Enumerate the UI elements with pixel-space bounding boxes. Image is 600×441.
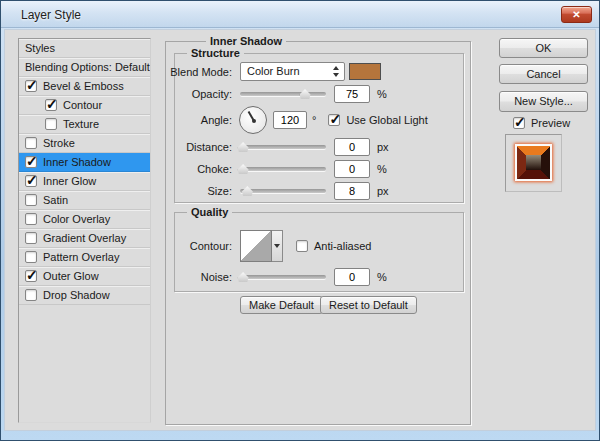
sidebar-item-color-overlay[interactable]: Color Overlay <box>19 210 150 229</box>
checkbox[interactable] <box>45 118 57 130</box>
sidebar-item-pattern-overlay[interactable]: Pattern Overlay <box>19 248 150 267</box>
use-global-light-label: Use Global Light <box>346 114 427 126</box>
window-title: Layer Style <box>21 8 81 22</box>
sidebar-item-label: Satin <box>43 194 68 206</box>
checkbox[interactable] <box>25 156 37 168</box>
size-unit: px <box>377 185 389 197</box>
anti-aliased-label: Anti-aliased <box>314 240 371 252</box>
slider-track <box>240 145 326 149</box>
checkbox[interactable] <box>296 240 308 252</box>
opacity-input[interactable] <box>334 85 370 103</box>
sidebar-item-label: Contour <box>63 99 102 111</box>
make-default-button[interactable]: Make Default <box>240 296 323 314</box>
noise-slider[interactable] <box>240 271 326 283</box>
checkbox[interactable] <box>25 213 37 225</box>
choke-input[interactable] <box>334 160 370 178</box>
preview-label: Preview <box>531 117 570 129</box>
checkbox[interactable] <box>25 80 37 92</box>
contour-dropdown-button[interactable] <box>272 230 283 262</box>
checkbox[interactable] <box>25 232 37 244</box>
choke-unit: % <box>377 163 387 175</box>
slider-track <box>240 189 326 193</box>
checkbox[interactable] <box>25 194 37 206</box>
checkbox[interactable] <box>25 289 37 301</box>
sidebar-item-label: Texture <box>63 118 99 130</box>
sidebar-item-satin[interactable]: Satin <box>19 191 150 210</box>
checkbox[interactable] <box>45 99 57 111</box>
distance-row: Distance: px <box>166 138 470 156</box>
styles-panel: Styles Blending Options: DefaultBevel & … <box>18 38 151 423</box>
sidebar-item-gradient-overlay[interactable]: Gradient Overlay <box>19 229 150 248</box>
panel-title: Inner Shadow <box>206 35 286 47</box>
checkbox[interactable] <box>25 175 37 187</box>
stepper-icon <box>333 66 340 77</box>
contour-label: Contour: <box>166 240 236 252</box>
choke-slider-thumb[interactable] <box>238 164 249 174</box>
opacity-slider-thumb[interactable] <box>300 89 311 99</box>
sidebar-item-stroke[interactable]: Stroke <box>19 134 150 153</box>
distance-slider[interactable] <box>240 141 326 153</box>
opacity-slider[interactable] <box>240 88 326 100</box>
sidebar-item-label: Pattern Overlay <box>43 251 119 263</box>
sidebar-item-label: Outer Glow <box>43 270 99 282</box>
angle-row: Angle: ° Use Global Light <box>166 104 470 136</box>
angle-center-dot <box>252 119 256 123</box>
sidebar-item-blending-options-default[interactable]: Blending Options: Default <box>19 58 150 77</box>
sidebar-item-texture[interactable]: Texture <box>19 115 150 134</box>
noise-label: Noise: <box>166 271 236 283</box>
use-global-light-checkbox[interactable]: Use Global Light <box>328 114 427 126</box>
bevel-preview-center <box>526 155 541 170</box>
anti-aliased-checkbox[interactable]: Anti-aliased <box>296 240 371 252</box>
sidebar-item-label: Blending Options: Default <box>25 61 150 73</box>
opacity-row: Opacity: % <box>166 85 470 103</box>
preview-checkbox[interactable]: Preview <box>513 117 570 129</box>
blend-mode-value: Color Burn <box>247 65 300 77</box>
choke-row: Choke: % <box>166 160 470 178</box>
slider-track <box>240 167 326 171</box>
inner-shadow-panel: Inner Shadow Structure Blend Mode: Color… <box>165 41 471 425</box>
sidebar-item-inner-shadow[interactable]: Inner Shadow <box>19 153 150 172</box>
sidebar-item-label: Gradient Overlay <box>43 232 126 244</box>
sidebar-item-outer-glow[interactable]: Outer Glow <box>19 267 150 286</box>
bevel-preview <box>517 146 550 179</box>
opacity-unit: % <box>377 88 387 100</box>
choke-label: Choke: <box>166 163 236 175</box>
checkbox[interactable] <box>25 270 37 282</box>
contour-picker[interactable] <box>240 230 272 262</box>
sidebar-item-inner-glow[interactable]: Inner Glow <box>19 172 150 191</box>
noise-input[interactable] <box>334 268 370 286</box>
distance-input[interactable] <box>334 138 370 156</box>
choke-slider[interactable] <box>240 163 326 175</box>
dialog-body: Styles Blending Options: DefaultBevel & … <box>4 29 596 431</box>
checkbox[interactable] <box>25 251 37 263</box>
angle-input[interactable] <box>273 111 307 129</box>
shadow-color-swatch[interactable] <box>349 63 381 80</box>
reset-to-default-button[interactable]: Reset to Default <box>320 296 417 314</box>
checkbox[interactable] <box>25 137 37 149</box>
close-button[interactable]: ✕ <box>561 6 592 23</box>
sidebar-item-contour[interactable]: Contour <box>19 96 150 115</box>
new-style-button[interactable]: New Style... <box>499 91 588 112</box>
blend-mode-label: Blend Mode: <box>166 66 236 78</box>
noise-slider-thumb[interactable] <box>238 272 249 282</box>
checkbox[interactable] <box>328 114 340 126</box>
blend-mode-select[interactable]: Color Burn <box>240 62 345 81</box>
angle-dial[interactable] <box>239 106 267 134</box>
checkbox[interactable] <box>513 117 525 129</box>
ok-button[interactable]: OK <box>499 38 588 58</box>
sidebar-item-bevel-emboss[interactable]: Bevel & Emboss <box>19 77 150 96</box>
size-input[interactable] <box>334 182 370 200</box>
angle-unit: ° <box>312 114 316 126</box>
size-slider-thumb[interactable] <box>242 186 253 196</box>
style-preview-thumbnail <box>515 144 552 181</box>
layer-style-dialog: Layer Style ✕ Styles Blending Options: D… <box>0 0 600 441</box>
slider-track <box>240 92 326 96</box>
distance-slider-thumb[interactable] <box>238 142 249 152</box>
sidebar-item-drop-shadow[interactable]: Drop Shadow <box>19 286 150 305</box>
slider-track <box>240 275 326 279</box>
blend-mode-row: Blend Mode: Color Burn <box>166 62 470 81</box>
down-arrow-icon <box>274 244 280 248</box>
size-slider[interactable] <box>240 185 326 197</box>
cancel-button[interactable]: Cancel <box>499 64 588 84</box>
contour-row: Contour: Anti-aliased <box>166 229 470 263</box>
